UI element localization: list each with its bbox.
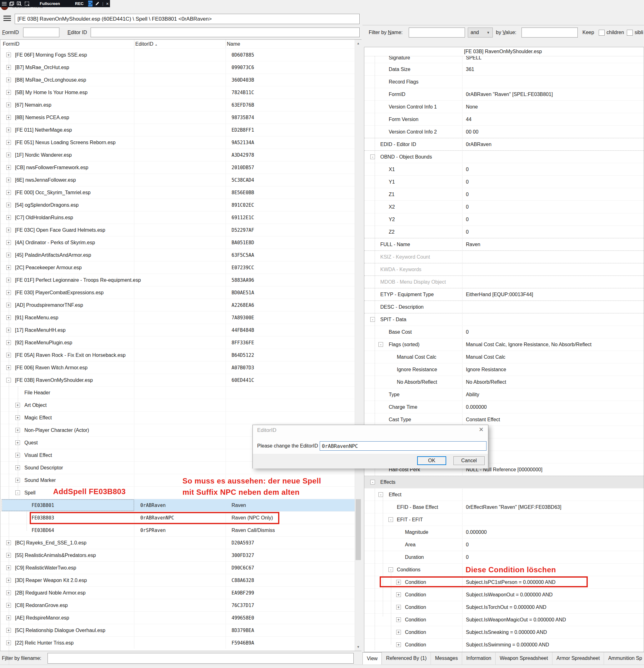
recorder-zoom-icon[interactable] [17,2,22,6]
record-row[interactable]: +ConditionSubject.IsSneaking = 0.000000 … [364,626,644,639]
expand-icon[interactable]: + [6,178,11,182]
expand-icon[interactable]: + [396,605,401,609]
recorder-crop-icon[interactable] [25,2,29,6]
expand-icon[interactable]: + [15,453,20,457]
tree-row[interactable]: +Magic Effect [0,411,355,424]
expand-icon[interactable]: + [396,592,401,597]
scrollbar-thumb[interactable] [356,499,361,560]
expand-icon[interactable]: + [6,315,11,320]
expand-icon[interactable]: + [6,290,11,295]
record-row[interactable]: Z10 [364,188,644,201]
col-header-name[interactable]: Name [227,40,240,48]
tree-row[interactable]: +[2C] Peacekeeper Armour.espE07239CC [0,261,355,274]
expand-icon[interactable]: + [6,253,11,257]
expand-icon[interactable]: + [15,478,20,483]
expand-icon[interactable]: + [6,603,11,608]
tree-row[interactable]: +[17] RaceMenuHH.esp44FB484B [0,324,355,336]
expand-icon[interactable]: + [6,628,11,633]
expand-icon[interactable]: + [6,153,11,157]
expand-icon[interactable]: + [6,265,11,270]
record-row[interactable]: SignatureSPELL [364,56,644,63]
main-menu-button[interactable] [3,16,11,22]
record-row[interactable]: Z20 [364,226,644,238]
tree-row[interactable]: +[BC] Rayeks_End_SSE_1.0.espD20A5937 [0,536,355,549]
collapse-icon[interactable]: - [388,567,393,572]
record-row[interactable]: EFID - Base Effect0rEffectRaven "Raven" … [364,501,644,514]
scroll-up-icon[interactable]: ▲ [355,42,362,45]
expand-icon[interactable]: + [6,127,11,132]
record-row[interactable]: MDOB - Menu Display Object [364,275,644,288]
col-header-editorid[interactable]: EditorID ▲ [135,40,157,49]
filter-name-input[interactable] [409,28,465,37]
tree-row[interactable]: +[FE 05A] Raven Rock - Fix Exit on Horse… [0,349,355,362]
expand-icon[interactable]: + [6,228,11,232]
tree-row[interactable]: +[FE 051] Nexus Loading Screens Reborn.e… [0,136,355,149]
record-row[interactable]: -OBND - Object Bounds [364,150,644,163]
expand-icon[interactable]: + [15,428,20,432]
cancel-button[interactable]: Cancel [453,456,485,465]
filter-operator-select[interactable]: and▼ [468,28,493,37]
tree-row[interactable]: +[5C] Relationship Dialogue Overhaul.esp… [0,624,355,637]
record-row[interactable]: Form Version44 [364,113,644,126]
expand-icon[interactable]: + [6,328,11,332]
expand-icon[interactable]: + [6,353,11,358]
expand-icon[interactable]: + [6,103,11,107]
expand-icon[interactable]: + [6,590,11,595]
record-row[interactable]: X20 [364,200,644,213]
expand-icon[interactable]: + [6,565,11,570]
collapse-icon[interactable]: - [388,517,393,522]
expand-icon[interactable]: + [15,403,20,408]
expand-icon[interactable]: + [6,553,11,558]
recorder-window-icon[interactable] [10,2,14,6]
record-row[interactable]: Data Size361 [364,63,644,76]
record-row[interactable]: Cast TypeConstant Effect [364,413,644,426]
collapse-icon[interactable]: - [370,480,375,484]
record-row[interactable]: -SPIT - Data [364,313,644,326]
tree-row[interactable]: +[FE 011] NetherMage.espED2B8FF1 [0,123,355,136]
tree-row[interactable]: +[3D] Reaper Weapon Kit 2.0.espC88A6328 [0,574,355,587]
tab-view[interactable]: View [362,652,382,665]
tree-row[interactable]: +[C9] RealisticWaterTwo.espD90C6C67 [0,561,355,574]
tree-row[interactable]: +[4A] Ordinator - Perks of Skyrim.espBA0… [0,236,355,249]
expand-icon[interactable]: + [6,90,11,95]
formid-filter-input[interactable] [23,28,59,37]
expand-icon[interactable]: + [6,115,11,120]
tree-row[interactable]: +[91] RaceMenu.esp7A89300E [0,311,355,324]
expand-icon[interactable]: + [6,240,11,245]
record-row[interactable]: -Effects [364,476,644,488]
tree-row[interactable]: +[8B] Nemesis PCEA.esp98735B74 [0,111,355,124]
tab-information[interactable]: Information [462,652,496,665]
expand-icon[interactable]: + [15,415,20,420]
tab-armor-spreadsheet[interactable]: Armor Spreadsheet [552,652,604,665]
expand-icon[interactable]: + [6,578,11,582]
tree-row[interactable]: FE03B8010rABRavenRaven [0,499,355,512]
expand-icon[interactable]: + [396,630,401,635]
keep-children-checkbox[interactable] [599,30,604,36]
record-row[interactable]: KWDA - Keywords [364,263,644,276]
tree-row[interactable]: +[54] ogSplendorDragons.esp891C02EC [0,199,355,211]
keep-siblings-checkbox[interactable] [627,30,633,36]
tree-row[interactable]: +[FE 006] Raven Witch Armor.espA07B07D3 [0,361,355,374]
record-row[interactable]: No Absorb/ReflectNo Absorb/Reflect [364,376,644,389]
collapse-icon[interactable]: - [370,154,375,159]
record-row[interactable]: -EFIT - EFIT [364,513,644,526]
tree-row[interactable]: +[C7] OldHroldanRuins.esp69112E1C [0,211,355,224]
collapse-icon[interactable]: - [378,492,383,497]
fullscreen-button[interactable]: Fullscreen [40,1,60,6]
record-row[interactable]: Area0 [364,538,644,551]
tab-weapon-spreadsheet[interactable]: Weapon Spreadsheet [496,652,552,665]
expand-icon[interactable]: + [15,440,20,445]
record-row[interactable]: Ignore ResistanceIgnore Resistance [364,363,644,376]
tree-row[interactable]: +[1F] Nordic Wanderer.espA3D42978 [0,149,355,161]
expand-icon[interactable]: + [6,303,11,307]
recorder-close-icon[interactable]: × [106,1,109,6]
tree-row[interactable]: +[FE 06F] Morning Fogs SSE.esp0D607885 [0,48,355,61]
record-row[interactable]: Version Control Info 1None [364,101,644,113]
record-row[interactable]: Record Flags [364,75,644,88]
record-row[interactable]: Manual Cost CalcManual Cost Calc [364,351,644,363]
expand-icon[interactable]: + [396,617,401,622]
collapse-icon[interactable]: - [6,378,11,382]
record-row[interactable]: FULL - NameRaven [364,238,644,251]
tree-row[interactable]: +[CB] nwsFollowerFramework.esp2010DB57 [0,161,355,174]
tree-row[interactable]: +[B7] MsRae_OrcHut.esp099073C6 [0,61,355,74]
